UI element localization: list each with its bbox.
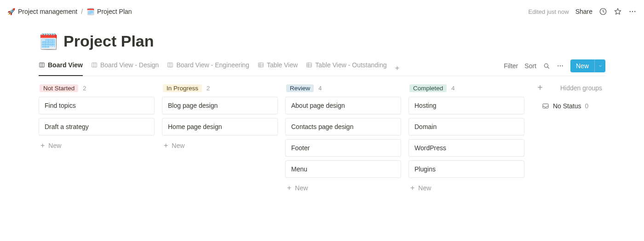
hidden-groups-label[interactable]: Hidden groups	[560, 84, 602, 92]
status-tag: In Progress	[163, 84, 202, 92]
breadcrumb-page-label: Project Plan	[97, 8, 132, 15]
view-tab-3[interactable]: Table View	[258, 58, 298, 76]
board-card[interactable]: Blog page design	[162, 97, 278, 114]
view-tab-2[interactable]: Board View - Engineering	[167, 58, 249, 76]
view-tab-0[interactable]: Board View	[39, 58, 83, 76]
column-count: 2	[207, 85, 210, 92]
plus-icon: +	[40, 142, 45, 149]
board-column: Not Started2Find topicsDraft a strategy+…	[39, 82, 155, 152]
board-column: In Progress2Blog page designHome page de…	[162, 82, 278, 152]
share-button[interactable]: Share	[575, 8, 592, 15]
svg-point-24	[562, 65, 563, 66]
plus-icon: +	[410, 184, 414, 192]
search-icon[interactable]	[543, 62, 550, 70]
board-column: Review4About page designContacts page de…	[285, 82, 401, 194]
board-side-panel: +Hidden groupsNo Status0	[532, 82, 602, 110]
more-icon[interactable]	[628, 7, 637, 16]
plus-icon: +	[395, 65, 399, 72]
new-button-label[interactable]: New	[570, 59, 594, 72]
title-row: 🗓️ Project Plan	[39, 32, 605, 50]
column-header[interactable]: Review4	[285, 82, 401, 97]
board-card[interactable]: Find topics	[39, 97, 155, 114]
view-tab-1[interactable]: Board View - Design	[91, 58, 159, 76]
board-card[interactable]: Plugins	[408, 160, 524, 178]
add-card-button[interactable]: +New	[408, 182, 524, 194]
board-card[interactable]: Home page design	[162, 118, 278, 135]
svg-point-23	[560, 65, 561, 66]
content: 🗓️ Project Plan Board ViewBoard View - D…	[0, 18, 644, 194]
board-card[interactable]: WordPress	[408, 139, 524, 157]
add-card-label: New	[295, 184, 308, 192]
board-card[interactable]: Footer	[285, 139, 401, 157]
clock-icon[interactable]	[599, 7, 607, 16]
view-tab-4[interactable]: Table View - Outstanding	[306, 58, 386, 76]
svg-rect-13	[259, 63, 264, 67]
breadcrumb: 🚀 Project management / 🗓️ Project Plan	[7, 8, 132, 15]
new-button: New	[570, 59, 605, 72]
rocket-icon: 🚀	[7, 8, 15, 15]
board-icon	[91, 62, 98, 68]
add-card-button[interactable]: +New	[162, 139, 278, 152]
board-card[interactable]: Hosting	[408, 97, 524, 114]
no-status-label: No Status	[553, 102, 581, 110]
column-header[interactable]: In Progress2	[162, 82, 278, 97]
breadcrumb-separator: /	[80, 8, 84, 15]
views-row: Board ViewBoard View - DesignBoard View …	[39, 58, 605, 76]
board-card[interactable]: About page design	[285, 97, 401, 114]
sort-button[interactable]: Sort	[524, 62, 536, 70]
no-status-group[interactable]: No Status0	[542, 102, 602, 110]
view-tab-label: Board View - Design	[100, 61, 159, 69]
add-card-label: New	[418, 184, 431, 192]
status-tag: Not Started	[40, 84, 78, 92]
board-card[interactable]: Draft a strategy	[39, 118, 155, 135]
topbar: 🚀 Project management / 🗓️ Project Plan E…	[0, 0, 644, 18]
board-column: Completed4HostingDomainWordPressPlugins+…	[408, 82, 524, 194]
breadcrumb-parent-label: Project management	[18, 8, 77, 15]
add-card-button[interactable]: +New	[285, 182, 401, 194]
add-column-button[interactable]: +	[535, 82, 546, 93]
column-header[interactable]: Completed4	[408, 82, 524, 97]
svg-rect-10	[168, 63, 173, 67]
view-tab-label: Table View - Outstanding	[315, 61, 386, 69]
svg-rect-7	[92, 63, 97, 67]
edited-timestamp: Edited just now	[528, 8, 569, 15]
svg-point-1	[630, 11, 631, 12]
column-count: 4	[451, 85, 454, 92]
board-card[interactable]: Contacts page design	[285, 118, 401, 135]
table-icon	[258, 62, 264, 68]
page-icon[interactable]: 🗓️	[39, 34, 58, 49]
add-view-button[interactable]: +	[395, 65, 399, 76]
view-tab-label: Board View	[48, 61, 83, 69]
status-tag: Completed	[409, 84, 447, 92]
svg-point-3	[634, 11, 635, 12]
plus-icon: +	[164, 142, 168, 149]
column-header[interactable]: Not Started2	[39, 82, 155, 97]
views-toolbar: Filter Sort New	[504, 59, 605, 74]
board-icon	[167, 62, 173, 68]
svg-point-22	[558, 65, 558, 66]
board-icon	[39, 62, 45, 68]
add-card-label: New	[48, 142, 61, 149]
table-icon	[306, 62, 312, 68]
view-tab-label: Table View	[267, 61, 298, 69]
breadcrumb-parent[interactable]: 🚀 Project management	[7, 8, 77, 15]
plus-icon: +	[287, 184, 291, 192]
star-icon[interactable]	[614, 7, 622, 16]
column-count: 4	[318, 85, 322, 92]
board-card[interactable]: Menu	[285, 160, 401, 178]
add-card-label: New	[172, 142, 184, 149]
board-card[interactable]: Domain	[408, 118, 524, 135]
new-button-caret[interactable]	[594, 59, 605, 72]
options-icon[interactable]	[557, 62, 564, 70]
no-status-count: 0	[585, 102, 588, 110]
breadcrumb-page[interactable]: 🗓️ Project Plan	[86, 8, 132, 15]
status-tag: Review	[286, 84, 314, 92]
svg-point-21	[544, 64, 548, 67]
board: Not Started2Find topicsDraft a strategy+…	[39, 76, 605, 194]
svg-point-2	[632, 11, 633, 12]
calendar-icon: 🗓️	[86, 8, 94, 15]
add-card-button[interactable]: +New	[39, 139, 155, 152]
page-title[interactable]: Project Plan	[63, 32, 154, 50]
filter-button[interactable]: Filter	[504, 62, 518, 70]
view-tab-label: Board View - Engineering	[176, 61, 249, 69]
